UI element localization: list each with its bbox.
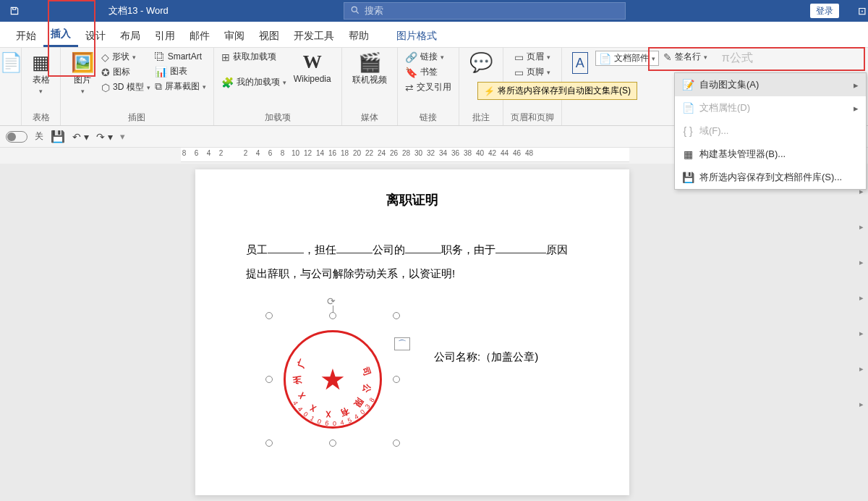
caret-icon[interactable]: ▸ [859, 293, 864, 303]
tab-design[interactable]: 设计 [78, 25, 113, 47]
autotext-icon: 📝 [682, 79, 694, 90]
smartart-button[interactable]: ⿻SmartArt [155, 51, 206, 62]
cube-icon: ⬡ [101, 82, 110, 93]
menu-save-selection[interactable]: 💾 将所选内容保存到文档部件库(S)... [675, 166, 866, 189]
footer-button[interactable]: ▭页脚▾ [514, 66, 550, 78]
comment-icon: 💬 [469, 52, 493, 72]
chart-button[interactable]: 📊图表 [155, 65, 206, 77]
bbm-icon: ▦ [682, 148, 694, 160]
doc-body: 员工，担任公司的职务，由于原因 提出辞职，与公司解除劳动关系，以资证明! [246, 237, 579, 285]
undo-button[interactable]: ↶ ▾ [72, 131, 89, 143]
my-addins-button[interactable]: 🧩我的加载项▾ [221, 76, 286, 88]
horizontal-ruler[interactable]: 8642246810121416182022242628303234363840… [181, 148, 629, 162]
link-button[interactable]: 🔗链接▾ [405, 51, 451, 63]
docprop-icon: 📄 [682, 102, 694, 114]
resize-handle[interactable] [393, 312, 400, 319]
quickparts-icon: 📄 [599, 53, 611, 64]
screenshot-button[interactable]: ⧉屏幕截图▾ [155, 80, 206, 93]
minimize-ribbon-icon[interactable]: ⊡ [858, 5, 867, 17]
online-video-button[interactable]: 🎬联机视频 [349, 51, 390, 88]
chart-icon: 📊 [155, 66, 167, 77]
tab-layout[interactable]: 布局 [113, 25, 148, 47]
header-button[interactable]: ▭页眉▾ [514, 51, 550, 63]
shapes-icon: ◇ [101, 51, 109, 63]
pi-icon: π [722, 51, 730, 64]
group-illus-label: 插图 [128, 111, 145, 124]
resize-handle[interactable] [329, 312, 336, 319]
chevron-down-icon: ▾ [81, 88, 85, 95]
search-box[interactable]: 搜索 [344, 2, 626, 20]
screenshot-icon: ⧉ [155, 80, 162, 93]
resize-handle[interactable] [393, 376, 400, 383]
smartart-icon: ⿻ [155, 51, 165, 62]
wikipedia-icon: W [303, 52, 322, 72]
shapes-button[interactable]: ◇形状▾ [101, 51, 150, 63]
caret-icon[interactable]: ▸ [859, 258, 864, 267]
crossref-button[interactable]: ⇄交叉引用 [405, 81, 451, 93]
resize-handle[interactable] [265, 312, 273, 319]
caret-icon[interactable]: ▸ [859, 400, 864, 409]
addin-icon: 🧩 [221, 77, 234, 88]
tab-home[interactable]: 开始 [9, 25, 43, 47]
selection-handles: ⟳ [269, 316, 396, 443]
quickparts-button[interactable]: 📄文档部件▾ [595, 51, 659, 66]
caret-icon[interactable]: ▸ [859, 222, 864, 232]
login-button[interactable]: 登录 [810, 4, 839, 18]
svg-point-0 [352, 7, 357, 12]
blank-name[interactable] [268, 253, 304, 253]
resize-handle[interactable] [265, 376, 273, 383]
chevron-right-icon: ▸ [854, 103, 859, 114]
chevron-down-icon: ▾ [652, 55, 655, 62]
tab-review[interactable]: 审阅 [217, 25, 252, 47]
resize-handle[interactable] [393, 439, 400, 447]
caret-icon[interactable]: ▸ [859, 329, 864, 338]
icons-button[interactable]: ✪图标 [101, 66, 150, 78]
qat-customize[interactable]: ▾ [120, 131, 125, 142]
resize-handle[interactable] [329, 439, 336, 447]
resize-handle[interactable] [265, 439, 273, 447]
group-text-label [637, 114, 639, 124]
tab-developer[interactable]: 开发工具 [286, 25, 341, 47]
document-canvas: 离职证明 员工，担任公司的职务，由于原因 提出辞职，与公司解除劳动关系，以资证明… [0, 164, 868, 501]
equation-button[interactable]: π公式 [722, 51, 753, 66]
caret-icon[interactable]: ▸ [859, 364, 864, 374]
menu-autotext[interactable]: 📝 自动图文集(A) ▸ [675, 73, 866, 96]
blank-position[interactable] [405, 253, 441, 253]
sigline-button[interactable]: ✎签名行▾ [663, 51, 707, 63]
quickparts-dropdown: 📝 自动图文集(A) ▸ 📄 文档属性(D) ▸ { } 域(F)... ▦ 构… [674, 72, 867, 190]
blank-reason[interactable] [495, 253, 546, 253]
comment-button[interactable]: 💬 [467, 51, 495, 74]
search-placeholder: 搜索 [365, 4, 383, 17]
autosave-indicator [0, 6, 29, 16]
tab-references[interactable]: 引用 [148, 25, 182, 47]
chevron-down-icon: ▾ [39, 88, 43, 95]
tab-insert[interactable]: 插入 [43, 23, 78, 47]
get-addins-button[interactable]: ⊞获取加载项 [221, 51, 286, 63]
video-icon: 🎬 [358, 52, 381, 72]
store-icon: ⊞ [221, 51, 230, 63]
bookmark-button[interactable]: 🔖书签 [405, 66, 451, 78]
tab-help[interactable]: 帮助 [341, 25, 376, 47]
ribbon-tabs: 开始 插入 设计 布局 引用 邮件 审阅 视图 开发工具 帮助 图片格式 [0, 22, 868, 48]
pictures-button[interactable]: 🖼️图片▾ [68, 51, 97, 96]
tab-view[interactable]: 视图 [252, 25, 286, 47]
page-icon: 📄 [0, 52, 22, 72]
table-button[interactable]: ▦表格▾ [29, 51, 53, 96]
doc-line2: 提出辞职，与公司解除劳动关系，以资证明! [246, 261, 579, 285]
rotate-handle[interactable]: ⟳ [327, 295, 336, 307]
tab-mailings[interactable]: 邮件 [182, 25, 217, 47]
blank-company[interactable] [336, 253, 373, 253]
menu-field: { } 域(F)... [675, 119, 866, 143]
tooltip-save-autotext: ⚡ 将所选内容保存到自动图文集库(S) [477, 82, 637, 100]
layout-options-button[interactable]: ⌒ [394, 337, 410, 350]
save-button[interactable]: 💾 [51, 130, 65, 143]
textbox-button[interactable]: A [569, 51, 591, 75]
wikipedia-button[interactable]: WWikipedia [291, 51, 334, 85]
autosave-toggle[interactable] [6, 131, 27, 143]
page[interactable]: 离职证明 员工，担任公司的职务，由于原因 提出辞职，与公司解除劳动关系，以资证明… [195, 169, 629, 495]
group-hf-label: 页眉和页脚 [511, 111, 554, 124]
3dmodel-button[interactable]: ⬡3D 模型▾ [101, 81, 150, 93]
menu-building-blocks[interactable]: ▦ 构建基块管理器(B)... [675, 143, 866, 166]
redo-button[interactable]: ↷ ▾ [96, 131, 113, 143]
tab-picture-format[interactable]: 图片格式 [389, 25, 444, 47]
